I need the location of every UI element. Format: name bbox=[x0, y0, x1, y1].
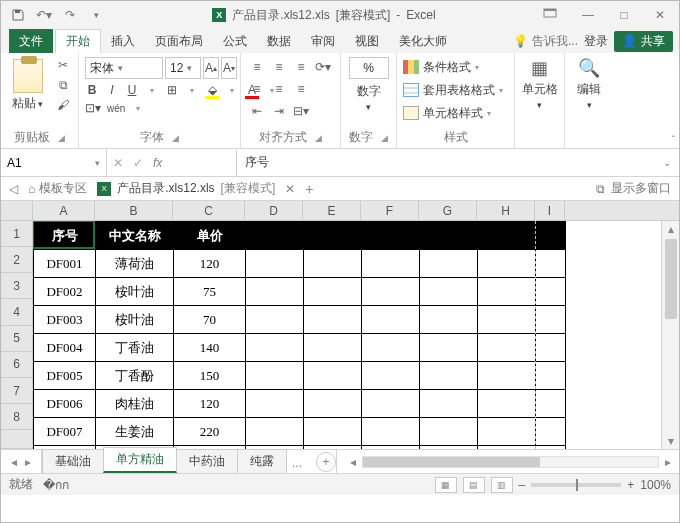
zoom-out-icon[interactable]: – bbox=[519, 478, 526, 492]
decrease-indent-icon[interactable]: ⇤ bbox=[247, 101, 267, 121]
column-header[interactable]: F bbox=[361, 201, 419, 220]
row-header[interactable]: 6 bbox=[1, 352, 33, 378]
name-box-input[interactable] bbox=[7, 156, 67, 170]
collapse-ribbon-icon[interactable]: ˆ bbox=[672, 135, 675, 146]
cell[interactable] bbox=[246, 418, 304, 446]
sheet-prev-icon[interactable]: ◂ bbox=[11, 455, 17, 469]
cell[interactable] bbox=[536, 222, 566, 250]
cell[interactable] bbox=[536, 390, 566, 418]
back-icon[interactable]: ◁ bbox=[9, 182, 18, 196]
cell[interactable] bbox=[362, 334, 420, 362]
chevron-down-icon[interactable]: ▾ bbox=[95, 158, 100, 168]
cell[interactable]: 中文名称 bbox=[96, 222, 174, 250]
copy-icon[interactable]: ⧉ bbox=[54, 77, 72, 93]
add-sheet-icon[interactable]: + bbox=[316, 452, 336, 472]
cell[interactable] bbox=[304, 418, 362, 446]
cell[interactable]: DF004 bbox=[34, 334, 96, 362]
cell[interactable]: DF002 bbox=[34, 278, 96, 306]
save-icon[interactable] bbox=[9, 6, 27, 24]
formula-bar[interactable]: 序号 ⌄ bbox=[237, 149, 679, 176]
format-painter-icon[interactable]: 🖌 bbox=[54, 97, 72, 113]
sheet-tab-1[interactable]: 基础油 bbox=[42, 449, 104, 473]
font-name-combo[interactable]: 宋体▾ bbox=[85, 57, 163, 79]
cell[interactable] bbox=[246, 446, 304, 450]
templates-tab[interactable]: ⌂模板专区 bbox=[28, 180, 87, 197]
cell[interactable]: 140 bbox=[174, 334, 246, 362]
cell[interactable]: 45 bbox=[174, 446, 246, 450]
cell[interactable] bbox=[304, 250, 362, 278]
cell[interactable] bbox=[478, 390, 536, 418]
login-button[interactable]: 登录 bbox=[584, 33, 608, 50]
vertical-scrollbar[interactable]: ▴ ▾ bbox=[661, 221, 679, 449]
tab-page-layout[interactable]: 页面布局 bbox=[145, 29, 213, 53]
cell[interactable] bbox=[246, 222, 304, 250]
scroll-down-icon[interactable]: ▾ bbox=[662, 433, 679, 449]
cell[interactable] bbox=[362, 222, 420, 250]
tab-file[interactable]: 文件 bbox=[9, 29, 53, 53]
cell[interactable] bbox=[420, 278, 478, 306]
scroll-right-icon[interactable]: ▸ bbox=[661, 455, 675, 469]
cell[interactable] bbox=[478, 222, 536, 250]
cell[interactable] bbox=[362, 362, 420, 390]
cell[interactable]: DF001 bbox=[34, 250, 96, 278]
tab-formulas[interactable]: 公式 bbox=[213, 29, 257, 53]
status-accessibility-icon[interactable]: �กก bbox=[43, 475, 69, 494]
cell[interactable] bbox=[536, 306, 566, 334]
cell[interactable] bbox=[246, 306, 304, 334]
tell-me[interactable]: 💡告诉我... bbox=[513, 33, 578, 50]
column-header[interactable]: A bbox=[33, 201, 95, 220]
sheet-more-icon[interactable]: ... bbox=[286, 453, 308, 473]
close-doc-icon[interactable]: ✕ bbox=[285, 182, 295, 196]
cell[interactable] bbox=[304, 222, 362, 250]
dialog-launcher-icon[interactable]: ◢ bbox=[172, 133, 179, 143]
row-header[interactable]: 5 bbox=[1, 326, 33, 352]
cell[interactable]: 150 bbox=[174, 362, 246, 390]
tab-home[interactable]: 开始 bbox=[55, 29, 101, 53]
cell[interactable] bbox=[362, 390, 420, 418]
document-tab[interactable]: X 产品目录.xls12.xls [兼容模式] ✕ bbox=[97, 180, 295, 197]
cell[interactable] bbox=[304, 446, 362, 450]
cell[interactable] bbox=[362, 250, 420, 278]
cell[interactable]: DF007 bbox=[34, 418, 96, 446]
row-header[interactable]: 3 bbox=[1, 273, 33, 299]
cell[interactable] bbox=[304, 306, 362, 334]
column-header[interactable]: G bbox=[419, 201, 477, 220]
enter-formula-icon[interactable]: ✓ bbox=[133, 156, 143, 170]
column-header[interactable]: B bbox=[95, 201, 173, 220]
number-format-button[interactable]: 数字▾ bbox=[347, 83, 391, 112]
sheet-tab-4[interactable]: 纯露 bbox=[237, 449, 287, 473]
row-header[interactable]: 7 bbox=[1, 378, 33, 404]
multi-window-label[interactable]: 显示多窗口 bbox=[611, 180, 671, 197]
fill-color-button[interactable]: ⬙ bbox=[205, 83, 219, 97]
font-size-combo[interactable]: 12▾ bbox=[165, 57, 201, 79]
cell[interactable] bbox=[420, 250, 478, 278]
cell[interactable]: 120 bbox=[174, 250, 246, 278]
dialog-launcher-icon[interactable]: ◢ bbox=[315, 133, 322, 143]
cell[interactable]: 70 bbox=[174, 306, 246, 334]
cell-styles-button[interactable]: 单元格样式▾ bbox=[403, 103, 491, 123]
align-bottom-icon[interactable]: ≡ bbox=[291, 57, 311, 77]
wrap-text-icon[interactable]: ⊟▾ bbox=[291, 101, 311, 121]
cell[interactable] bbox=[420, 446, 478, 450]
select-all-corner[interactable] bbox=[1, 201, 33, 221]
column-header[interactable]: H bbox=[477, 201, 535, 220]
align-top-icon[interactable]: ≡ bbox=[247, 57, 267, 77]
row-header[interactable]: 4 bbox=[1, 299, 33, 325]
cells-area[interactable]: 序号中文名称单价DF001薄荷油120DF002桉叶油75DF003桉叶油70D… bbox=[33, 221, 661, 449]
cell[interactable] bbox=[478, 362, 536, 390]
cell[interactable] bbox=[478, 418, 536, 446]
column-header[interactable]: D bbox=[245, 201, 303, 220]
undo-icon[interactable]: ↶▾ bbox=[35, 6, 53, 24]
cell[interactable] bbox=[420, 306, 478, 334]
border-style-icon[interactable]: ⊡▾ bbox=[85, 101, 101, 115]
dialog-launcher-icon[interactable]: ◢ bbox=[381, 133, 388, 143]
align-right-icon[interactable]: ≡ bbox=[291, 79, 311, 99]
align-middle-icon[interactable]: ≡ bbox=[269, 57, 289, 77]
cell[interactable] bbox=[536, 446, 566, 450]
increase-indent-icon[interactable]: ⇥ bbox=[269, 101, 289, 121]
view-normal-icon[interactable]: ▦ bbox=[435, 477, 457, 493]
cell[interactable]: 肉桂油 bbox=[96, 390, 174, 418]
row-header[interactable]: 1 bbox=[1, 221, 33, 247]
conditional-format-button[interactable]: 条件格式▾ bbox=[403, 57, 479, 77]
cell[interactable] bbox=[246, 362, 304, 390]
